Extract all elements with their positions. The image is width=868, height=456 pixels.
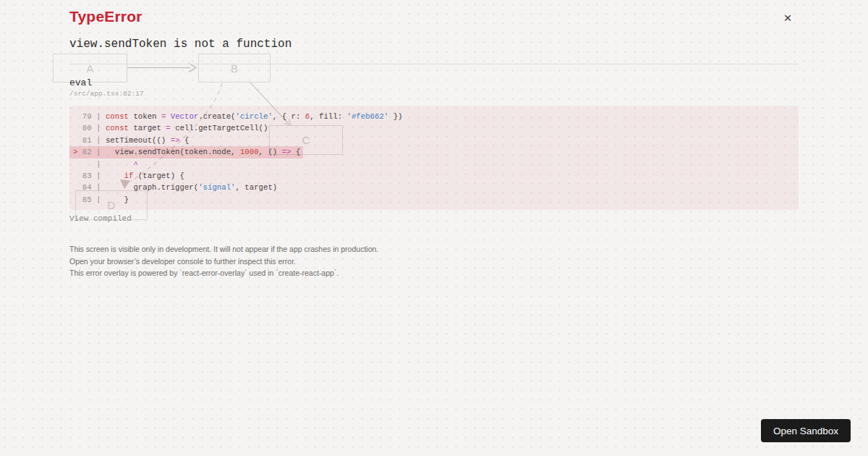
code-line: 80 | const target = cell.getTargetCell() (69, 122, 799, 134)
open-sandbox-button[interactable]: Open Sandbox (761, 419, 851, 442)
footer-line: Open your browser’s developer console to… (69, 256, 378, 268)
footer-note: This screen is visible only in developme… (69, 243, 378, 279)
code-line-error: > 82 | view.sendToken(token.node, 1000, … (69, 146, 303, 158)
code-line: 85 | } (69, 194, 799, 206)
error-overlay: TypeError × view.sendToken is not a func… (69, 0, 799, 456)
error-message: view.sendToken is not a function (69, 38, 292, 51)
footer-line: This screen is visible only in developme… (69, 243, 378, 256)
code-line: 79 | const token = Vector.create('circle… (69, 111, 799, 122)
code-line: | ^ (69, 159, 799, 170)
stack-frame-function: eval (69, 77, 92, 88)
stack-frame-location: /src/app.tsx:82:17 (69, 90, 144, 98)
view-compiled-link[interactable]: View compiled (69, 214, 132, 223)
close-icon[interactable]: × (779, 9, 796, 27)
divider (69, 64, 799, 64)
error-title: TypeError (69, 8, 142, 25)
code-frame: 79 | const token = Vector.create('circle… (69, 106, 799, 210)
footer-line: This error overlay is powered by `react-… (69, 267, 378, 279)
code-line: 84 | graph.trigger('signal', target) (69, 182, 799, 193)
code-line: 83 | if (target) { (69, 170, 799, 182)
code-line: 81 | setTimeout(() => { (69, 135, 799, 146)
